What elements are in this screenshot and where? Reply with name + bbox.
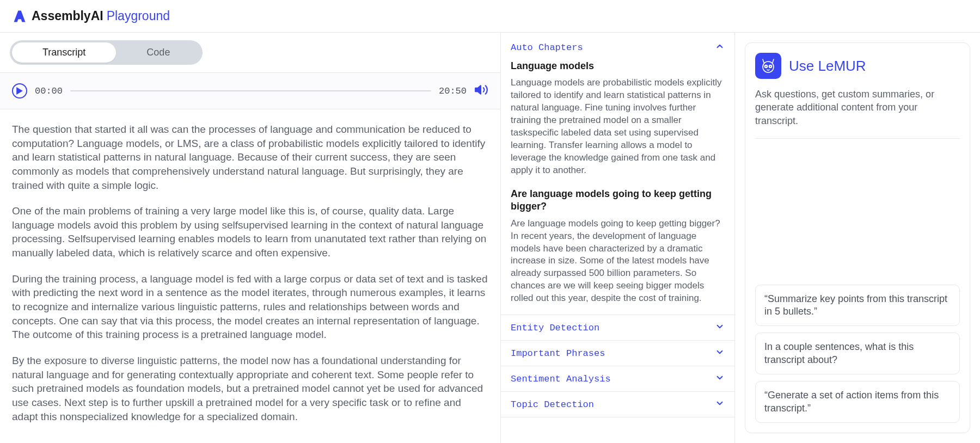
chevron-down-icon <box>715 373 725 385</box>
chapter-text: Language models are probabilistic models… <box>511 77 725 177</box>
brand-subtitle: Playground <box>107 9 170 23</box>
transcript-paragraph: One of the main problems of training a v… <box>12 204 488 260</box>
transcript-body[interactable]: The question that started it all was can… <box>0 109 500 443</box>
lemur-suggestions: “Summarize key points from this transcri… <box>755 285 960 423</box>
chevron-down-icon <box>715 398 725 410</box>
accordion-header-auto-chapters[interactable]: Auto Chapters <box>501 35 734 60</box>
play-button[interactable] <box>12 83 27 99</box>
chapter-text: Are language models going to keep gettin… <box>511 218 725 305</box>
lemur-suggestion[interactable]: “Generate a set of action items from thi… <box>755 381 960 423</box>
accordion-title: Entity Detection <box>511 323 599 333</box>
volume-button[interactable] <box>474 83 488 99</box>
accordion-header-sentiment-analysis[interactable]: Sentiment Analysis <box>501 366 734 391</box>
lemur-suggestion[interactable]: “Summarize key points from this transcri… <box>755 285 960 327</box>
transcript-paragraph: By the exposure to diverse linguistic pa… <box>12 354 488 423</box>
current-time: 00:00 <box>35 86 63 96</box>
progress-bar[interactable] <box>70 90 431 91</box>
transcript-paragraph: During the training process, a language … <box>12 272 488 342</box>
tabs-bar: Transcript Code <box>0 33 500 73</box>
left-panel: Transcript Code 00:00 20:50 The question… <box>0 33 501 443</box>
chevron-down-icon <box>715 347 725 359</box>
accordion-title: Topic Detection <box>511 399 594 410</box>
audio-player: 00:00 20:50 <box>0 73 500 109</box>
chevron-down-icon <box>715 322 725 334</box>
assemblyai-logo-icon <box>12 9 27 24</box>
svg-point-4 <box>765 66 767 67</box>
accordion-important-phrases: Important Phrases <box>501 341 734 366</box>
right-panel: Use LeMUR Ask questions, get custom summ… <box>735 33 980 443</box>
lemur-header: Use LeMUR <box>755 53 960 79</box>
lemur-suggestion[interactable]: In a couple sentences, what is this tran… <box>755 333 960 374</box>
lemur-title: Use LeMUR <box>789 58 866 75</box>
tabs: Transcript Code <box>10 40 203 65</box>
accordion-entity-detection: Entity Detection <box>501 315 734 341</box>
speaker-icon <box>474 83 488 97</box>
tab-code[interactable]: Code <box>116 42 200 63</box>
tab-transcript[interactable]: Transcript <box>12 42 116 63</box>
accordion-title: Auto Chapters <box>511 42 583 53</box>
play-icon <box>16 87 23 95</box>
brand-name: AssemblyAI <box>32 9 103 23</box>
chapter-title: Language models <box>511 60 725 72</box>
chapter-title: Are language models going to keep gettin… <box>511 188 725 213</box>
svg-point-5 <box>770 66 771 67</box>
lemur-avatar-icon <box>755 53 781 79</box>
accordion-header-entity-detection[interactable]: Entity Detection <box>501 315 734 340</box>
transcript-paragraph: The question that started it all was can… <box>12 122 488 192</box>
accordion-title: Important Phrases <box>511 348 605 359</box>
accordion-header-topic-detection[interactable]: Topic Detection <box>501 392 734 417</box>
accordion-sentiment-analysis: Sentiment Analysis <box>501 366 734 392</box>
middle-panel: Auto Chapters Language models Language m… <box>501 33 735 443</box>
lemur-card: Use LeMUR Ask questions, get custom summ… <box>745 42 970 433</box>
accordion-auto-chapters: Auto Chapters Language models Language m… <box>501 35 734 315</box>
chevron-up-icon <box>715 41 725 53</box>
main-layout: Transcript Code 00:00 20:50 The question… <box>0 33 980 443</box>
app-header: AssemblyAI Playground <box>0 0 980 33</box>
accordion-title: Sentiment Analysis <box>511 374 611 384</box>
duration: 20:50 <box>439 86 467 96</box>
accordion-body: Language models Language models are prob… <box>501 60 734 315</box>
svg-marker-0 <box>475 85 481 94</box>
lemur-description: Ask questions, get custom summaries, or … <box>755 88 960 139</box>
accordion-topic-detection: Topic Detection <box>501 392 734 417</box>
accordion-header-important-phrases[interactable]: Important Phrases <box>501 341 734 366</box>
